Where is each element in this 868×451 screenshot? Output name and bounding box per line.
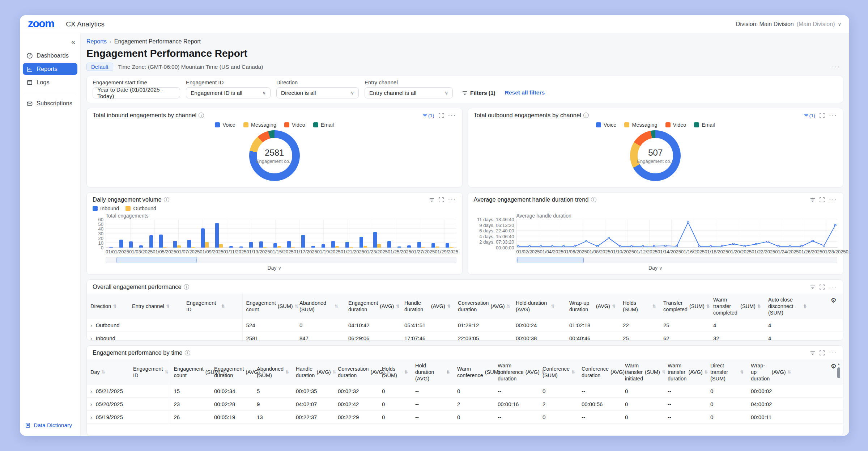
card-filter-button[interactable] [429,198,434,202]
column-header[interactable]: Conversation duration(AVG)⇅ [334,359,378,385]
sort-icon[interactable]: ⇅ [788,370,791,375]
sidebar-item-reports[interactable]: Reports [23,63,77,75]
row-expand-icon[interactable]: › [90,388,92,394]
column-header[interactable]: Holds (SUM)⇅ [619,294,660,319]
sort-icon[interactable]: ⇅ [551,304,554,309]
card-expand-button[interactable] [820,113,825,118]
column-header[interactable]: Hold duration (AVG)⇅ [412,359,454,385]
sort-icon[interactable]: ⇅ [705,370,708,375]
table-row[interactable]: ›05/20/20252300:02:28904:02:0700:02:420-… [87,398,843,411]
column-header[interactable]: Direction⇅ [87,294,128,319]
card-more-button[interactable]: ··· [448,196,456,203]
column-header[interactable]: Warm conference(SUM)⇅ [454,359,494,385]
volume-interval-dropdown[interactable]: Day ∨ [93,265,456,271]
card-filter-button[interactable] [810,198,815,202]
column-header[interactable]: Warm transfer duration(AVG)⇅ [664,359,707,385]
row-expand-icon[interactable]: › [90,323,92,328]
column-header[interactable]: Handle duration(AVG)⇅ [401,294,454,319]
sidebar-item-dashboards[interactable]: Dashboards [23,50,77,62]
engagement-id-select[interactable]: Engagement ID is all ∨ [186,87,271,98]
table-row[interactable]: ›05/21/20251500:02:34500:02:3500:02:320-… [87,385,843,398]
sort-icon[interactable]: ⇅ [335,304,338,309]
sort-icon[interactable]: ⇅ [706,304,710,309]
sort-icon[interactable]: ⇅ [612,304,616,309]
card-expand-button[interactable] [439,113,444,118]
table-row[interactable]: ›Inbound258184706:29:0617:07:4622:03:050… [87,332,843,341]
card-more-button[interactable]: ··· [448,112,456,119]
sort-icon[interactable]: ⇅ [446,370,450,375]
card-filter-button[interactable]: (1) [804,113,816,118]
column-header[interactable]: Conversation duration(AVG)⇅ [454,294,512,319]
column-header[interactable]: Conference (SUM)⇅ [539,359,578,385]
column-header[interactable]: Engagement count(SUM)⇅ [242,294,296,319]
sort-icon[interactable]: ⇅ [404,370,408,375]
data-dictionary-link[interactable]: Data Dictionary [20,420,80,431]
sort-icon[interactable]: ⇅ [803,304,807,309]
sort-icon[interactable]: ⇅ [102,370,105,375]
sort-icon[interactable]: ⇅ [447,304,451,309]
table-row[interactable]: ›Outbound524004:10:4205:41:5101:28:1200:… [87,319,843,332]
scroll-up-icon[interactable]: ▲ [837,362,841,366]
sort-icon[interactable]: ⇅ [740,370,744,375]
brush-selection[interactable] [116,257,197,263]
column-header[interactable]: Engagement ID⇅ [183,294,242,319]
sort-icon[interactable]: ⇅ [166,304,170,309]
card-expand-button[interactable] [820,284,825,290]
card-expand-button[interactable] [439,197,444,202]
row-expand-icon[interactable]: › [90,336,92,341]
card-more-button[interactable]: ··· [829,112,837,119]
trend-interval-dropdown[interactable]: Day ∨ [474,265,838,271]
sort-icon[interactable]: ⇅ [113,304,116,309]
column-header[interactable]: Conference duration(AVG)⇅ [578,359,621,385]
trend-brush[interactable] [516,257,838,263]
column-header[interactable]: Engagement count(SUM)⇅ [170,359,210,385]
card-expand-button[interactable] [820,350,825,355]
card-filter-button[interactable]: (1) [422,113,434,118]
sort-icon[interactable]: ⇅ [295,304,298,309]
brush-selection[interactable] [517,257,584,263]
sort-icon[interactable]: ⇅ [507,304,510,309]
start-time-input[interactable]: Year to Date (01/01/2025 - Today) [93,87,180,98]
table-row[interactable]: ›05/19/20252600:05:191300:22:3700:22:290… [87,411,843,424]
sidebar-item-logs[interactable]: Logs [23,76,77,88]
card-more-button[interactable]: ··· [829,196,837,203]
column-header[interactable]: Engagement ID⇅ [129,359,170,385]
column-header[interactable]: Transfer completed(SUM)⇅ [660,294,710,319]
division-selector[interactable]: Division: Main Division (Main Division) … [736,21,841,28]
volume-brush[interactable] [106,257,456,263]
entry-channel-select[interactable]: Entry channel is all ∨ [365,87,453,98]
breadcrumb-reports-link[interactable]: Reports [86,38,107,45]
column-header[interactable]: Abandoned (SUM)⇅ [296,294,345,319]
sort-icon[interactable]: ⇅ [165,370,168,375]
sort-icon[interactable]: ⇅ [757,304,761,309]
filters-button[interactable]: Filters (1) [459,88,499,98]
row-expand-icon[interactable]: › [90,401,92,407]
table-scrollbar[interactable]: ▲ [837,362,841,378]
column-header[interactable]: Wrap-up duration(AVG)⇅ [566,294,619,319]
column-header[interactable]: Engagement duration(AVG)⇅ [210,359,253,385]
sort-icon[interactable]: ⇅ [571,370,575,375]
page-more-button[interactable]: ··· [832,63,843,71]
sidebar-item-subscriptions[interactable]: Subscriptions [23,97,77,109]
column-header[interactable]: Abandoned (SUM)⇅ [253,359,292,385]
column-header[interactable]: Warm transfer completed(SUM)⇅ [710,294,765,319]
card-expand-button[interactable] [820,197,825,202]
column-header[interactable]: Auto close disconnect (SUM)⇅ [765,294,831,319]
sort-icon[interactable]: ⇅ [221,304,225,309]
reset-filters-link[interactable]: Reset all filters [505,89,545,98]
card-more-button[interactable]: ··· [829,349,837,357]
sort-icon[interactable]: ⇅ [333,370,336,375]
column-header[interactable]: Day⇅ [87,359,129,385]
sort-icon[interactable]: ⇅ [652,304,656,309]
row-expand-icon[interactable]: › [90,414,92,420]
card-more-button[interactable]: ··· [829,283,837,291]
column-header[interactable]: Hold duration (AVG)⇅ [512,294,566,319]
card-filter-button[interactable] [810,285,815,290]
sidebar-collapse-icon[interactable]: « [71,38,75,46]
column-settings-gear-icon[interactable]: ⚙ [829,296,838,304]
scrollbar-thumb[interactable] [837,367,840,378]
direction-select[interactable]: Direction is all ∨ [276,87,359,98]
column-header[interactable]: Holds (SUM)⇅ [378,359,412,385]
sort-icon[interactable]: ⇅ [396,304,399,309]
column-header[interactable]: Direct transfer (SUM)⇅ [707,359,747,385]
